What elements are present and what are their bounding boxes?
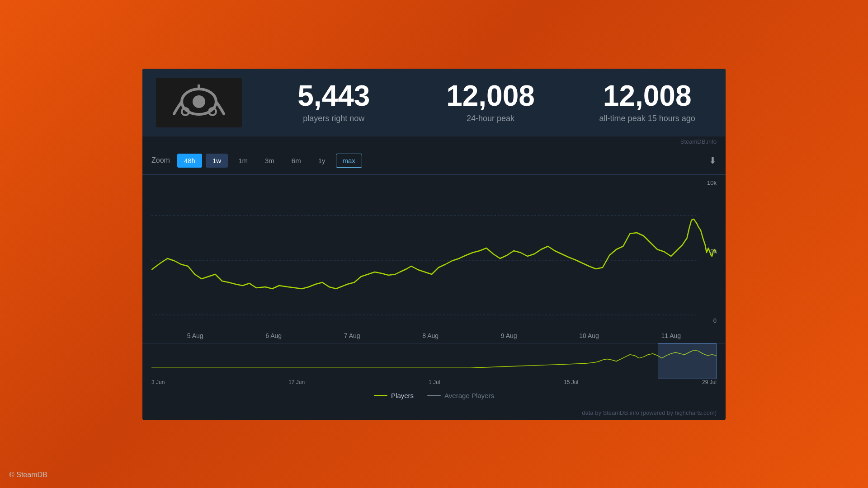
steamdb-credit: SteamDB.info (142, 136, 726, 147)
zoom-6m-button[interactable]: 6m (285, 154, 308, 168)
y-label-10k: 10k (707, 179, 717, 186)
footer: © SteamDB (9, 471, 47, 479)
y-label-5k: 5k (710, 248, 717, 255)
mini-chart-selection[interactable] (658, 343, 717, 379)
x-label-9aug: 9 Aug (501, 332, 517, 339)
mini-chart-svg (151, 346, 717, 377)
zoom-1y-button[interactable]: 1y (311, 154, 332, 168)
x-label-7aug: 7 Aug (344, 332, 360, 339)
header-section: 5,443 players right now 12,008 24-hour p… (142, 69, 726, 136)
steam-icon (172, 84, 226, 121)
y-label-0: 0 (713, 317, 717, 324)
mini-x-label-3jun: 3 Jun (151, 379, 165, 385)
peak24h-label: 24-hour peak (467, 114, 514, 123)
data-credit: data by SteamDB.info (powered by highcha… (142, 406, 726, 420)
mini-chart-area[interactable] (142, 343, 726, 379)
x-label-8aug: 8 Aug (422, 332, 439, 339)
mini-x-label-1jul: 1 Jul (429, 379, 440, 385)
main-chart-area: 10k 5k 0 (142, 175, 726, 328)
stat-current: 5,443 players right now (269, 81, 399, 123)
download-button[interactable]: ⬇ (709, 155, 717, 166)
main-card: 5,443 players right now 12,008 24-hour p… (142, 69, 726, 420)
legend-area: Players Average Players (142, 385, 726, 406)
zoom-1m-button[interactable]: 1m (231, 154, 255, 168)
alltime-label: all-time peak 15 hours ago (599, 114, 695, 123)
main-chart-svg (151, 179, 717, 324)
zoom-3m-button[interactable]: 3m (258, 154, 281, 168)
legend-players: Players (374, 392, 414, 399)
current-players-value: 5,443 (297, 81, 370, 110)
zoom-48h-button[interactable]: 48h (177, 154, 202, 168)
x-label-11aug: 11 Aug (661, 332, 681, 339)
chart-container: SteamDB.info Zoom 48h 1w 1m 3m 6m 1y max… (142, 136, 726, 420)
current-players-label: players right now (303, 114, 364, 123)
alltime-value: 12,008 (603, 81, 692, 110)
mini-x-label-15jul: 15 Jul (564, 379, 578, 385)
mini-x-labels: 3 Jun 17 Jun 1 Jul 15 Jul 29 Jul (142, 379, 726, 385)
zoom-label: Zoom (151, 156, 170, 164)
stat-peak24h: 12,008 24-hour peak (426, 81, 556, 123)
zoom-section: Zoom 48h 1w 1m 3m 6m 1y max (151, 154, 362, 168)
x-label-5aug: 5 Aug (187, 332, 203, 339)
zoom-max-button[interactable]: max (336, 154, 362, 168)
avg-players-legend-label: Average Players (444, 392, 494, 399)
legend-avg-players: Average Players (427, 392, 494, 399)
mini-x-label-17jun: 17 Jun (288, 379, 305, 385)
y-axis-labels: 10k 5k 0 (707, 179, 717, 324)
players-line-indicator (374, 395, 387, 396)
svg-point-1 (193, 95, 205, 108)
stat-alltime: 12,008 all-time peak 15 hours ago (582, 81, 712, 123)
peak24h-value: 12,008 (446, 81, 535, 110)
mini-x-label-29jul: 29 Jul (702, 379, 717, 385)
chart-toolbar: Zoom 48h 1w 1m 3m 6m 1y max ⬇ (142, 147, 726, 175)
steam-logo (156, 78, 242, 127)
x-label-10aug: 10 Aug (579, 332, 599, 339)
players-legend-label: Players (391, 392, 414, 399)
x-axis-labels: 5 Aug 6 Aug 7 Aug 8 Aug 9 Aug 10 Aug 11 … (142, 328, 726, 343)
zoom-1w-button[interactable]: 1w (206, 154, 228, 168)
footer-text: © SteamDB (9, 471, 47, 479)
x-label-6aug: 6 Aug (265, 332, 282, 339)
avg-players-line-indicator (427, 395, 441, 396)
